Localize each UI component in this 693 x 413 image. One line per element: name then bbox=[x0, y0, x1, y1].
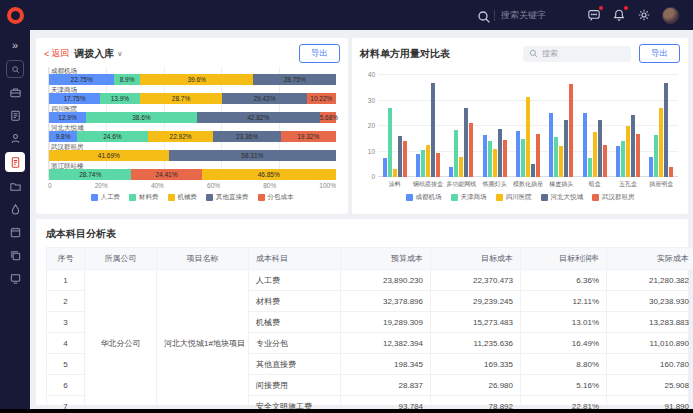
export-button-right[interactable]: 导出 bbox=[639, 44, 680, 63]
expand-icon[interactable]: » bbox=[5, 36, 25, 54]
panel-search[interactable] bbox=[523, 46, 631, 62]
bar bbox=[588, 158, 592, 177]
bar bbox=[569, 84, 573, 177]
bar-segment: 42.82% bbox=[197, 112, 320, 123]
bar bbox=[659, 108, 663, 177]
table-cell: 13.01% bbox=[521, 312, 607, 333]
allocation-title[interactable]: 调拨入库 bbox=[74, 47, 114, 61]
legend-item[interactable]: 人工费 bbox=[91, 193, 121, 202]
y-tick: 10 bbox=[358, 148, 375, 155]
back-label: 返回 bbox=[51, 47, 69, 60]
bar-segment: 23.36% bbox=[213, 131, 280, 142]
sidebar-item-document-icon[interactable] bbox=[5, 152, 25, 172]
table-cell: 机械费 bbox=[249, 312, 341, 333]
legend-item[interactable]: 成都机场 bbox=[406, 193, 442, 202]
bar bbox=[521, 139, 525, 177]
folder-icon bbox=[9, 180, 22, 193]
table-cell: 其他直接费 bbox=[249, 354, 341, 375]
sidebar-item-briefcase-icon[interactable] bbox=[5, 83, 25, 101]
panel-search-input[interactable] bbox=[542, 49, 625, 58]
x-tick: 20% bbox=[95, 182, 108, 189]
drop-icon bbox=[9, 203, 22, 216]
table-cell: 材料费 bbox=[249, 291, 341, 312]
bell-icon[interactable] bbox=[612, 8, 626, 22]
export-button-left[interactable]: 导出 bbox=[299, 44, 340, 63]
legend-item[interactable]: 分包成本 bbox=[258, 193, 294, 202]
table-cell: 间接费用 bbox=[249, 375, 341, 396]
material-usage-chart: 010203040 涂料钢纸搭接盒多功能网线铁圈灯头模数化插座橡皮插头暗盒五孔盒… bbox=[352, 75, 688, 202]
sidebar-item-folder-icon[interactable] bbox=[5, 177, 25, 195]
bar bbox=[636, 134, 640, 177]
y-tick: 30 bbox=[358, 97, 375, 104]
sidebar-item-copy-icon[interactable] bbox=[5, 246, 25, 264]
legend-item[interactable]: 四川医院 bbox=[496, 193, 532, 202]
back-button[interactable]: < 返回 bbox=[44, 47, 69, 60]
x-label: 涂料 bbox=[378, 180, 411, 189]
legend-item[interactable]: 河北大悦城 bbox=[541, 193, 584, 202]
device-icon bbox=[9, 272, 22, 285]
sidebar-item-drop-icon[interactable] bbox=[5, 200, 25, 218]
bar bbox=[459, 157, 463, 177]
table-cell: 160.780 bbox=[607, 354, 693, 375]
stacked-bar-row: 河北大悦城9.8%24.6%22.92%23.36%19.32% bbox=[49, 124, 336, 142]
bar bbox=[598, 120, 602, 177]
bar bbox=[383, 158, 387, 177]
table-cell: 6 bbox=[47, 375, 85, 396]
sidebar-item-calendar-icon[interactable] bbox=[5, 223, 25, 241]
sidebar-item-user-icon[interactable] bbox=[5, 129, 25, 147]
table-cell: 专业分包 bbox=[249, 333, 341, 354]
allocation-stacked-chart: 成都机场22.75%8.9%39.6%28.75%天津商场17.75%13.9%… bbox=[36, 67, 348, 202]
stacked-bar-row: 武汉群租房41.69%58.31% bbox=[49, 143, 336, 161]
category-label: 天津商场 bbox=[49, 86, 336, 93]
table-cell: 32,378.896 bbox=[341, 291, 431, 312]
bar-segment: 39.6% bbox=[140, 74, 254, 85]
material-usage-legend: 成都机场天津商场四川医院河北大悦城武汉群租房 bbox=[352, 193, 688, 202]
message-icon[interactable] bbox=[587, 8, 601, 22]
category-label: 四川医院 bbox=[49, 105, 336, 112]
bar bbox=[554, 137, 558, 177]
bar bbox=[564, 120, 568, 177]
table-cell: 12,382.394 bbox=[341, 333, 431, 354]
bar bbox=[626, 126, 630, 177]
bar bbox=[583, 113, 587, 177]
x-label: 模数化插座 bbox=[511, 180, 544, 189]
search-icon bbox=[529, 49, 538, 58]
search-placeholder-text: 搜索关键字 bbox=[501, 9, 546, 22]
legend-item[interactable]: 武汉群租房 bbox=[592, 193, 635, 202]
legend-label: 人工费 bbox=[101, 193, 121, 202]
bar bbox=[649, 157, 653, 177]
legend-item[interactable]: 天津商场 bbox=[451, 193, 487, 202]
legend-label: 其他直接费 bbox=[216, 193, 249, 202]
bar bbox=[469, 123, 473, 177]
table-cell: 12.11% bbox=[521, 291, 607, 312]
legend-swatch bbox=[541, 194, 548, 201]
bar bbox=[426, 145, 430, 177]
table-cell: 22,370.473 bbox=[431, 270, 521, 291]
table-cell: 13,283.883 bbox=[607, 312, 693, 333]
bar-segment: 58.31% bbox=[169, 150, 336, 161]
table-cell: 2 bbox=[47, 291, 85, 312]
stacked-bar-row: 四川医院12.9%38.6%42.82%5.68% bbox=[49, 105, 336, 123]
y-tick: 0 bbox=[358, 173, 375, 180]
x-tick: 80% bbox=[263, 182, 276, 189]
chevron-down-icon[interactable]: ∨ bbox=[117, 50, 122, 58]
table-header: 目标利润率 bbox=[521, 248, 607, 270]
x-axis-ticks: 020%40%60%80%100% bbox=[48, 182, 336, 189]
sidebar-item-search-icon[interactable] bbox=[6, 60, 24, 78]
gear-icon[interactable] bbox=[637, 8, 651, 22]
legend-item[interactable]: 材料费 bbox=[129, 193, 159, 202]
bar-group bbox=[411, 75, 444, 177]
legend-item[interactable]: 其他直接费 bbox=[206, 193, 249, 202]
bar bbox=[593, 132, 597, 177]
category-label: 浙江联站楼 bbox=[49, 162, 336, 169]
legend-swatch bbox=[129, 194, 136, 201]
bar-group bbox=[545, 75, 578, 177]
table-cell: 11,010.890 bbox=[607, 333, 693, 354]
avatar[interactable] bbox=[662, 7, 679, 24]
global-search[interactable]: 搜索关键字 bbox=[477, 9, 546, 22]
sidebar-item-clipboard-icon[interactable] bbox=[5, 106, 25, 124]
legend-item[interactable]: 机械费 bbox=[168, 193, 198, 202]
bar bbox=[436, 153, 440, 177]
sidebar-item-device-icon[interactable] bbox=[5, 269, 25, 287]
app-logo[interactable] bbox=[7, 7, 24, 24]
